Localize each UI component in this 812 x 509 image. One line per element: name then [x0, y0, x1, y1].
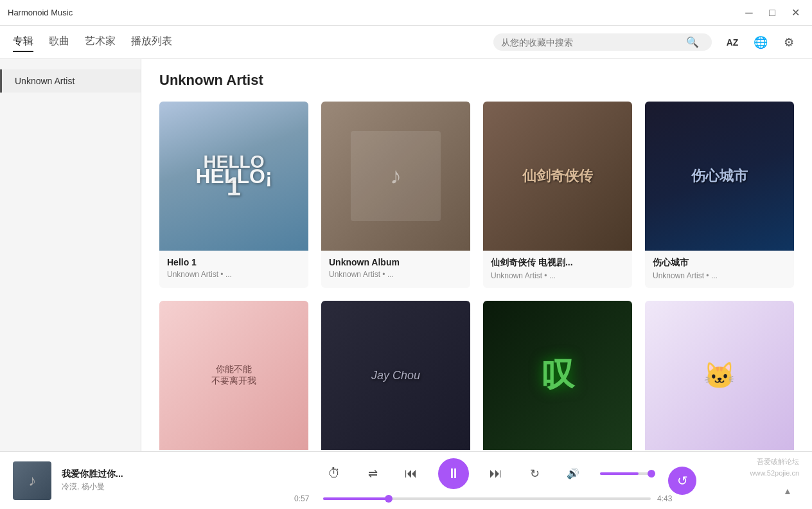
nav-action-icons: AZ 🌐 ⚙ [722, 32, 799, 53]
album-cover: 你能不能不要离开我 [159, 301, 308, 450]
close-button[interactable]: ✕ [786, 4, 804, 22]
settings-button[interactable]: ⚙ [779, 32, 799, 53]
volume-bar-fill [600, 472, 639, 475]
volume-thumb [648, 470, 655, 478]
album-cover: Jay Chou [321, 301, 470, 450]
play-pause-button[interactable]: ⏸ [438, 458, 469, 489]
section-title: Unknown Artist [159, 72, 794, 89]
player-song-title: 我爱你胜过你... [62, 469, 164, 480]
album-name: Unknown Album [329, 257, 463, 267]
album-card[interactable]: ♪ Unknown Album Unknown Artist • ... [321, 102, 470, 288]
album-name: 仙剑奇侠传 电视剧... [491, 257, 624, 269]
album-sub: Unknown Artist • ... [329, 270, 463, 279]
album-card[interactable]: 仙剑奇侠传 仙剑奇侠传 电视剧... Unknown Artist • ... [483, 102, 632, 288]
main-content: Unknown Artist Unknown Artist HELLO1 Hel… [0, 59, 812, 451]
sidebar: Unknown Artist [0, 59, 141, 451]
album-grid: HELLO1 Hello 1 Unknown Artist • ... ♪ [159, 102, 794, 451]
maximize-button[interactable]: □ [763, 4, 781, 22]
current-time: 0:57 [294, 494, 317, 503]
album-info: Unknown Album Unknown Artist • ... [321, 251, 470, 287]
album-cover: 叹 [483, 301, 632, 450]
album-card[interactable]: 叹 叹 Unknown Artist • ... [483, 301, 632, 451]
repeat-button[interactable]: ↻ [523, 462, 546, 485]
shuffle-button[interactable]: ⇌ [361, 462, 384, 485]
next-button[interactable]: ⏭ [484, 462, 508, 485]
album-card[interactable]: 🐱 学猫叫 Unknown Artist • ... [645, 301, 794, 451]
progress-bar-fill [323, 497, 389, 500]
progress-area: 0:57 4:43 [294, 494, 680, 503]
player-controls-area: ⏱ ⇌ ⏮ ⏸ ⏭ ↻ 🔊 0:57 [175, 458, 799, 503]
total-time: 4:43 [657, 494, 680, 503]
album-area: Unknown Artist HELLO1 Hello 1 Unknown Ar… [141, 59, 812, 451]
album-name: Hello 1 [167, 257, 301, 267]
nav-bar: 专辑 歌曲 艺术家 播放列表 🔍 AZ 🌐 ⚙ [0, 26, 812, 59]
volume-button[interactable]: 🔊 [561, 462, 585, 485]
album-cover: 伤心城市 [645, 102, 794, 251]
album-cover: 仙剑奇侠传 [483, 102, 632, 251]
player-song-artist: 冷漠, 杨小曼 [62, 481, 164, 492]
album-cover: HELLO1 [159, 102, 308, 251]
player-album-art-inner: ♪ [13, 461, 51, 500]
expand-button[interactable]: ▲ [776, 479, 799, 503]
watermark-line1: 吾爱破解论坛 [757, 457, 799, 467]
album-sub: Unknown Artist • ... [491, 271, 624, 280]
album-sub: Unknown Artist • ... [653, 271, 786, 280]
album-info: Hello 1 Unknown Artist • ... [159, 251, 308, 287]
album-card[interactable]: HELLO1 Hello 1 Unknown Artist • ... [159, 102, 308, 288]
language-button[interactable]: 🌐 [750, 32, 771, 53]
album-card[interactable]: 你能不能不要离开我 你能不能不要离开我 Unknown Artist • ... [159, 301, 308, 451]
player-controls: ⏱ ⇌ ⏮ ⏸ ⏭ ↻ 🔊 [322, 458, 651, 489]
sidebar-item-unknown-artist[interactable]: Unknown Artist [0, 69, 141, 93]
album-sub: Unknown Artist • ... [167, 270, 301, 279]
progress-bar[interactable] [323, 497, 651, 500]
tab-albums[interactable]: 专辑 [13, 32, 33, 52]
refresh-button[interactable]: ↺ [668, 467, 696, 495]
prev-button[interactable]: ⏮ [400, 462, 423, 485]
app-title: Harmonoid Music [8, 8, 73, 17]
timer-button[interactable]: ⏱ [322, 462, 346, 485]
search-icon[interactable]: 🔍 [686, 36, 699, 48]
search-area: 🔍 [493, 33, 712, 51]
tab-playlists[interactable]: 播放列表 [131, 32, 172, 52]
title-bar: Harmonoid Music ─ □ ✕ [0, 0, 812, 26]
album-cover: ♪ [321, 102, 470, 251]
album-card[interactable]: 伤心城市 伤心城市 Unknown Artist • ... [645, 102, 794, 288]
window-controls: ─ □ ✕ [740, 4, 804, 22]
player-right-area: 吾爱破解论坛 www.52pojie.cn ▲ [750, 457, 799, 503]
tab-artists[interactable]: 艺术家 [85, 32, 116, 52]
album-card[interactable]: Jay Chou 十一月的萧邦 Unknown Artist • ... [321, 301, 470, 451]
player-song-info: 我爱你胜过你... 冷漠, 杨小曼 [62, 469, 164, 492]
search-input[interactable] [501, 37, 681, 48]
nav-tabs: 专辑 歌曲 艺术家 播放列表 [13, 32, 493, 52]
player-album-art: ♪ [13, 461, 51, 500]
volume-bar[interactable] [600, 472, 651, 475]
progress-thumb [385, 495, 393, 503]
az-sort-button[interactable]: AZ [722, 32, 743, 53]
album-info: 仙剑奇侠传 电视剧... Unknown Artist • ... [483, 251, 632, 288]
album-info: 伤心城市 Unknown Artist • ... [645, 251, 794, 288]
album-cover: 🐱 [645, 301, 794, 450]
tab-songs[interactable]: 歌曲 [49, 32, 69, 52]
player-bar: ♪ 我爱你胜过你... 冷漠, 杨小曼 ⏱ ⇌ ⏮ ⏸ ⏭ ↻ 🔊 [0, 451, 812, 509]
watermark-line2: www.52pojie.cn [750, 469, 799, 477]
minimize-button[interactable]: ─ [740, 4, 758, 22]
album-name: 伤心城市 [653, 257, 786, 269]
